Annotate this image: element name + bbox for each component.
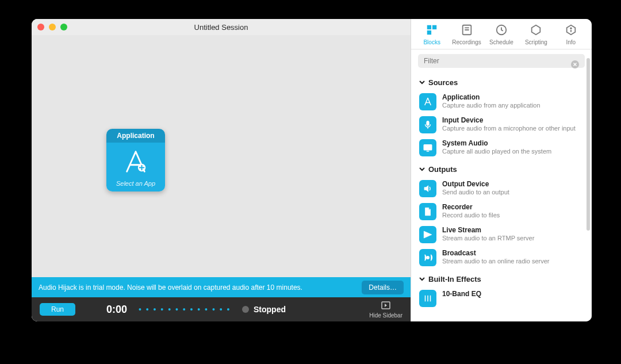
chevron-down-icon	[419, 275, 425, 283]
list-item-system-audio[interactable]: System Audio Capture all audio played on…	[419, 136, 589, 159]
scrollbar[interactable]	[586, 58, 590, 231]
section-effects[interactable]: Built-In Effects	[419, 275, 589, 283]
stream-icon	[419, 226, 436, 243]
tab-scripting[interactable]: Scripting	[519, 24, 553, 45]
list-item-input-device[interactable]: Input Device Capture audio from a microp…	[419, 113, 589, 136]
close-icon[interactable]	[37, 24, 44, 30]
svg-rect-3	[432, 25, 436, 29]
session-canvas[interactable]: Application Select an App	[32, 35, 411, 277]
scripting-icon	[530, 24, 542, 37]
maximize-icon[interactable]	[60, 24, 67, 30]
trial-message: Audio Hijack is in trial mode. Noise wil…	[39, 283, 362, 292]
filter-input[interactable]	[418, 54, 585, 68]
tab-schedule[interactable]: Schedule	[485, 24, 518, 45]
item-desc: Capture audio from any application	[442, 101, 540, 109]
minimize-icon[interactable]	[49, 24, 56, 30]
svg-rect-13	[424, 145, 432, 150]
item-title: Application	[442, 93, 540, 101]
block-header: Application	[106, 129, 165, 143]
status-text: Stopped	[254, 305, 286, 314]
monitor-icon	[419, 139, 436, 156]
app-window: Untitled Session Application Select an A…	[32, 19, 592, 321]
file-icon	[419, 203, 436, 220]
sidebar-tabs: Blocks Recordings Schedule Scripting Inf…	[411, 19, 592, 49]
section-outputs[interactable]: Outputs	[419, 165, 589, 174]
status-indicator: Stopped	[242, 305, 358, 314]
item-title: Input Device	[442, 116, 576, 124]
status-dot-icon	[242, 306, 249, 313]
blocks-icon	[425, 24, 438, 37]
broadcast-icon	[419, 249, 436, 266]
item-title: System Audio	[442, 139, 551, 147]
item-desc: Capture audio from a microphone or other…	[442, 124, 576, 132]
tab-label: Info	[566, 39, 576, 45]
tab-label: Recordings	[452, 39, 481, 45]
block-body: Select an App	[106, 143, 165, 191]
tab-label: Schedule	[489, 39, 513, 45]
section-label: Sources	[428, 78, 458, 87]
recordings-icon	[461, 24, 473, 37]
item-title: Live Stream	[442, 226, 534, 234]
window-controls	[37, 24, 67, 30]
item-desc: Stream audio to an RTMP server	[442, 234, 534, 242]
block-list: Sources Application Capture audio from a…	[411, 72, 592, 321]
list-item-eq[interactable]: 10-Band EQ	[419, 287, 589, 310]
chevron-down-icon	[419, 78, 425, 87]
svg-rect-12	[427, 121, 430, 125]
list-item-live-stream[interactable]: Live Stream Stream audio to an RTMP serv…	[419, 223, 589, 246]
run-button[interactable]: Run	[40, 303, 75, 316]
window-title: Untitled Session	[32, 23, 411, 32]
hide-sidebar-label: Hide Sidebar	[369, 312, 402, 319]
trial-banner: Audio Hijack is in trial mode. Noise wil…	[32, 277, 411, 297]
item-title: 10-Band EQ	[442, 290, 481, 298]
details-button[interactable]: Details…	[362, 281, 404, 294]
chevron-down-icon	[419, 165, 425, 174]
section-sources[interactable]: Sources	[419, 78, 589, 87]
section-label: Outputs	[428, 165, 457, 174]
svg-rect-2	[427, 25, 431, 29]
info-icon	[565, 24, 577, 37]
sidebar: Blocks Recordings Schedule Scripting Inf…	[411, 19, 592, 321]
item-desc: Capture all audio played on the system	[442, 147, 551, 155]
clear-icon[interactable]	[571, 60, 579, 68]
tab-recordings[interactable]: Recordings	[450, 24, 484, 45]
application-block[interactable]: Application Select an App	[106, 129, 165, 191]
item-desc: Send audio to an output	[442, 188, 509, 196]
list-item-recorder[interactable]: Recorder Record audio to files	[419, 200, 589, 223]
item-title: Output Device	[442, 180, 509, 188]
tab-label: Scripting	[525, 39, 547, 45]
svg-rect-4	[427, 30, 431, 35]
microphone-icon	[419, 116, 436, 133]
speaker-icon	[419, 180, 436, 197]
item-desc: Stream audio to an online radio server	[442, 257, 550, 265]
item-desc: Record audio to files	[442, 211, 500, 219]
hide-sidebar-button[interactable]: Hide Sidebar	[369, 301, 402, 319]
item-title: Broadcast	[442, 249, 550, 257]
progress-dots: • • • • • • • • • • • • • • • • • • • • …	[139, 305, 231, 314]
eq-icon	[419, 290, 436, 307]
titlebar: Untitled Session	[32, 19, 411, 35]
application-icon	[419, 93, 436, 110]
filter-wrap	[411, 49, 592, 72]
list-item-application[interactable]: Application Capture audio from any appli…	[419, 90, 589, 113]
main-pane: Untitled Session Application Select an A…	[32, 19, 411, 321]
tab-label: Blocks	[423, 39, 440, 45]
schedule-icon	[495, 24, 508, 37]
block-subtitle: Select an App	[116, 180, 155, 187]
tab-info[interactable]: Info	[554, 24, 588, 45]
svg-point-9	[570, 28, 572, 29]
section-label: Built-In Effects	[428, 275, 481, 283]
list-item-output-device[interactable]: Output Device Send audio to an output	[419, 177, 589, 200]
application-icon	[122, 148, 149, 177]
svg-point-15	[427, 256, 430, 259]
timer: 0:00	[87, 304, 127, 316]
status-bar: Run 0:00 • • • • • • • • • • • • • • • •…	[32, 297, 411, 321]
hide-sidebar-icon	[381, 301, 390, 311]
list-item-broadcast[interactable]: Broadcast Stream audio to an online radi…	[419, 246, 589, 269]
item-title: Recorder	[442, 203, 500, 211]
tab-blocks[interactable]: Blocks	[415, 24, 448, 45]
